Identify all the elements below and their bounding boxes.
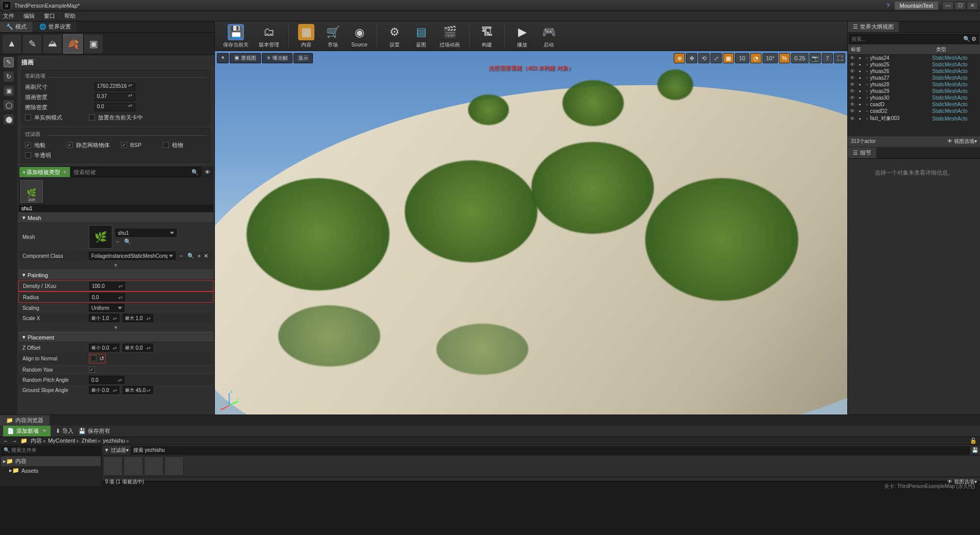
viewport-perspective-button[interactable]: ▣ 透视图 [230, 53, 261, 63]
density-input[interactable]: 100.0▴▾ [89, 282, 125, 290]
paint-mode-icon[interactable]: ✎ [22, 34, 42, 54]
tree-assets[interactable]: ▸📁 Assets [1, 466, 101, 475]
outliner-view-options[interactable]: 👁 视图选项▾ [947, 138, 977, 145]
viewport-show-button[interactable]: 显示 [293, 53, 313, 63]
cc-add-icon[interactable]: + [198, 253, 201, 259]
viewport-menu-button[interactable]: ▾ [217, 53, 229, 63]
mesh-dropdown[interactable]: shu1 [115, 229, 177, 237]
asset-grid[interactable] [102, 455, 980, 477]
viewport[interactable]: ▾ ▣ 透视图 ☀ 曝光帧 显示 光照需要重建（403 未构建 对象） ⊕ ✥ … [215, 51, 847, 415]
add-new-button[interactable]: 📄 添加新项 [3, 426, 51, 436]
blueprint-button[interactable]: ▤蓝图 [410, 23, 432, 50]
asset-thumbnail[interactable] [124, 456, 143, 476]
browse-icon[interactable]: 🔍 [124, 238, 131, 245]
filter-button[interactable]: ▼ 过滤器▾ [104, 447, 129, 454]
scaling-dropdown[interactable]: Uniform [89, 304, 125, 312]
outliner-item[interactable]: 👁▪▫yhuas30StaticMeshActo [848, 94, 980, 101]
scalex-min-input[interactable]: 最小 1.0▴▾ [89, 314, 119, 322]
cc-find-icon[interactable]: 🔍 [187, 253, 194, 259]
asset-thumbnail[interactable] [144, 456, 163, 476]
single-instance-checkbox[interactable] [25, 114, 31, 120]
source-button[interactable]: ◉Source [348, 23, 371, 50]
random-yaw-checkbox[interactable] [89, 367, 95, 373]
asset-thumbnail[interactable] [164, 456, 184, 476]
scalex-max-input[interactable]: 最大 1.0▴▾ [122, 314, 153, 322]
placement-section-header[interactable]: ▾ Placement [18, 332, 213, 343]
matinee-button[interactable]: 🎬过场动画 [436, 23, 463, 50]
outliner-col-type[interactable]: 类型 [936, 46, 977, 53]
brush-tool-icon[interactable]: ✎ [4, 57, 14, 67]
expand-icon[interactable]: ▾ [18, 261, 213, 270]
mesh-thumbnail[interactable]: 🌿 [89, 225, 112, 249]
cc-arrow-icon[interactable]: ← [179, 253, 184, 259]
source-control-button[interactable]: 🗂版本管理 [256, 23, 282, 50]
landscape-checkbox[interactable] [25, 142, 31, 148]
minimize-button[interactable]: — [942, 2, 953, 10]
select-tool-icon[interactable]: ▣ [4, 86, 14, 96]
tree-search-input[interactable]: 🔍 搜索文件夹 [1, 446, 101, 455]
lasso-tool-icon[interactable]: ◯ [4, 100, 14, 110]
play-button[interactable]: ▶播放 [511, 23, 533, 50]
plant-checkbox[interactable] [163, 142, 169, 148]
nav-back-icon[interactable]: ← [3, 438, 9, 444]
slope-min-input[interactable]: 最小 0.0▴▾ [89, 386, 119, 394]
outliner-item[interactable]: 👁▪▫yhuas25StaticMeshActo [848, 61, 980, 68]
breadcrumb-item[interactable]: 内容 [31, 437, 42, 444]
grid-snap-value[interactable]: 10 [735, 53, 749, 63]
outliner-col-label[interactable]: 标签 [851, 46, 936, 53]
breadcrumb-item[interactable]: Zhibei [81, 437, 96, 444]
outliner-item[interactable]: 👁▪▫csadD2StaticMeshActo [848, 108, 980, 114]
component-class-dropdown[interactable]: FoliageInstancedStaticMeshComponent [89, 252, 176, 260]
translate-icon[interactable]: ✥ [686, 53, 697, 63]
reapply-tool-icon[interactable]: ↻ [4, 71, 14, 82]
menu-help[interactable]: 帮助 [64, 12, 76, 20]
zoffset-max-input[interactable]: 最大 0.0▴▾ [122, 344, 153, 352]
project-name[interactable]: MountainText [895, 2, 938, 10]
save-filter-icon[interactable]: 💾 [972, 447, 978, 453]
browse-back-icon[interactable]: ← [115, 238, 121, 245]
bsp-checkbox[interactable] [121, 142, 127, 148]
foliage-search-input[interactable]: 搜索植被🔍 [71, 167, 201, 177]
geometry-mode-icon[interactable]: ▣ [84, 34, 103, 54]
expand2-icon[interactable]: ▾ [18, 323, 213, 332]
asset-thumbnail[interactable] [103, 456, 122, 476]
maximize-viewport-icon[interactable]: ⛶ [834, 53, 845, 63]
maximize-button[interactable]: ☐ [954, 2, 966, 10]
place-mode-icon[interactable]: ▲ [2, 34, 21, 54]
outliner-item[interactable]: 👁▪▫fazi_对象003StaticMeshActo [848, 114, 980, 123]
reset-icon[interactable]: ↺ [100, 355, 104, 362]
tab-world-settings[interactable]: 🌐 世界设置 [33, 21, 77, 32]
folder-icon[interactable]: 📁 [20, 437, 28, 444]
breadcrumb-item[interactable]: MyContent [48, 437, 75, 444]
outliner-list[interactable]: 👁▪▫yhuas24StaticMeshActo👁▪▫yhuas25Static… [848, 55, 980, 136]
nav-fwd-icon[interactable]: → [12, 438, 17, 444]
outliner-search[interactable]: 🔍 ⚙ [849, 34, 979, 44]
mesh-section-header[interactable]: ▾ Mesh [18, 212, 213, 223]
view-options-icon[interactable]: 👁 [202, 167, 212, 177]
outliner-item[interactable]: 👁▪▫yhuas26StaticMeshActo [848, 68, 980, 75]
staticmesh-checkbox[interactable] [67, 142, 73, 148]
paint-density-input[interactable]: 0.37▴▾ [94, 93, 135, 101]
cc-clear-icon[interactable]: ✕ [204, 253, 208, 259]
save-button[interactable]: 💾保存当前关 [220, 23, 252, 50]
marketplace-button[interactable]: 🛒市场 [322, 23, 344, 50]
outliner-item[interactable]: 👁▪▫yhuas24StaticMeshActo [848, 55, 980, 61]
outliner-item[interactable]: 👁▪▫yhuas27StaticMeshActo [848, 75, 980, 81]
landscape-mode-icon[interactable]: ⛰ [43, 34, 62, 54]
close-button[interactable]: ✕ [967, 2, 978, 10]
tab-modes[interactable]: 🔧 模式 [0, 21, 33, 32]
grid-snap-icon[interactable]: ▦ [723, 53, 734, 63]
random-pitch-input[interactable]: 0.0▴▾ [89, 376, 125, 384]
scale-snap-icon[interactable]: % [779, 53, 790, 63]
save-all-button[interactable]: 💾 保存所有 [79, 427, 110, 435]
foliage-mode-icon[interactable]: 🍂 [63, 34, 83, 54]
transform-mode-icon[interactable]: ⊕ [674, 53, 685, 63]
align-normal-checkbox[interactable] [90, 355, 96, 361]
outliner-search-input[interactable] [851, 36, 963, 42]
content-button[interactable]: ▦内容 [295, 23, 317, 50]
foliage-thumbnail[interactable]: 🌿 205 [20, 180, 43, 203]
breadcrumb-item[interactable]: yezhishu [103, 437, 125, 444]
tab-world-outliner[interactable]: ☰ 世界大纲视图 [848, 21, 899, 32]
fill-tool-icon[interactable]: ⬤ [4, 114, 14, 125]
translucent-checkbox[interactable] [25, 152, 31, 158]
